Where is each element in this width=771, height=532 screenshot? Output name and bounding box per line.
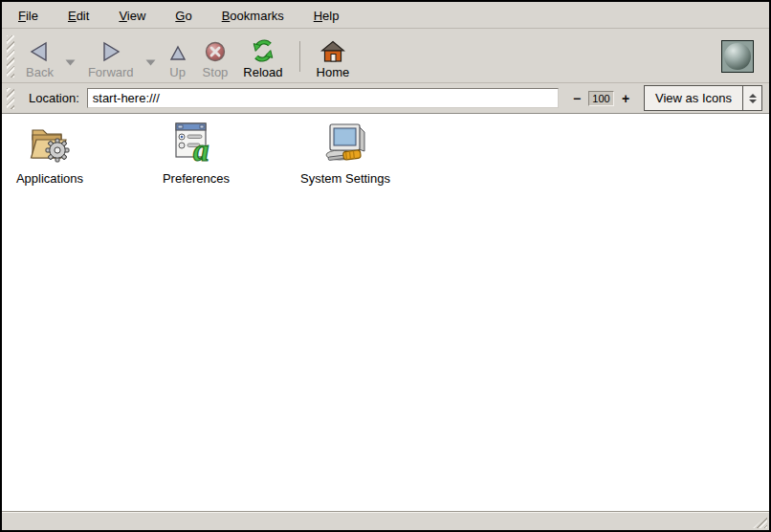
reload-label: Reload bbox=[243, 66, 282, 79]
back-label: Back bbox=[26, 66, 54, 79]
option-menu-arrows-icon bbox=[743, 86, 761, 110]
menu-edit[interactable]: Edit bbox=[64, 7, 93, 25]
toolbar-separator bbox=[299, 41, 300, 72]
menu-view[interactable]: View bbox=[115, 7, 149, 25]
view-as-label: View as Icons bbox=[655, 91, 742, 105]
resize-grip[interactable] bbox=[753, 516, 767, 528]
stop-button[interactable]: Stop bbox=[195, 33, 236, 80]
svg-text:a: a bbox=[193, 133, 209, 165]
toolbar-drag-handle[interactable] bbox=[7, 35, 14, 78]
zoom-in-button[interactable]: + bbox=[620, 92, 631, 105]
back-dropdown-button[interactable] bbox=[61, 33, 80, 80]
menu-go[interactable]: Go bbox=[171, 7, 195, 25]
preferences-capplet-icon: a bbox=[172, 121, 220, 168]
stop-label: Stop bbox=[203, 66, 229, 79]
forward-button[interactable]: Forward bbox=[80, 33, 142, 80]
chevron-down-icon bbox=[145, 59, 156, 66]
location-input[interactable] bbox=[87, 88, 559, 108]
menu-help[interactable]: Help bbox=[310, 7, 343, 25]
view-as-dropdown[interactable]: View as Icons bbox=[644, 85, 762, 111]
zoom-controls: − 100 + bbox=[571, 91, 631, 106]
menu-bar: File Edit View Go Bookmarks Help bbox=[2, 2, 769, 29]
system-settings-computer-icon bbox=[320, 121, 370, 168]
chevron-down-icon bbox=[65, 59, 76, 66]
nautilus-throbber-logo bbox=[721, 40, 754, 73]
forward-label: Forward bbox=[88, 66, 134, 79]
throbber-area bbox=[721, 40, 754, 73]
home-button[interactable]: Home bbox=[309, 33, 358, 80]
back-button[interactable]: Back bbox=[18, 33, 61, 80]
home-label: Home bbox=[317, 66, 350, 79]
applications-folder-gear-icon bbox=[26, 121, 74, 168]
forward-icon bbox=[99, 38, 123, 63]
up-button[interactable]: Up bbox=[161, 33, 195, 80]
nautilus-window: File Edit View Go Bookmarks Help Back bbox=[0, 0, 771, 532]
locationbar-drag-handle[interactable] bbox=[7, 88, 14, 109]
up-label: Up bbox=[169, 66, 186, 79]
desktop-icon-applications[interactable]: Applications bbox=[6, 121, 94, 186]
sphere-icon bbox=[724, 43, 751, 70]
reload-icon bbox=[251, 38, 275, 63]
zoom-out-button[interactable]: − bbox=[571, 92, 583, 105]
up-icon bbox=[168, 38, 187, 63]
toolbar: Back Forward U bbox=[2, 29, 769, 83]
menu-file[interactable]: File bbox=[14, 7, 42, 25]
desktop-icon-system-settings[interactable]: System Settings bbox=[288, 121, 403, 186]
stop-icon bbox=[204, 38, 227, 63]
icon-label: Applications bbox=[16, 171, 83, 186]
back-icon bbox=[27, 38, 52, 63]
menu-bookmarks[interactable]: Bookmarks bbox=[218, 7, 288, 25]
icon-label: System Settings bbox=[300, 171, 390, 186]
location-bar: Location: − 100 + View as Icons bbox=[2, 83, 769, 113]
zoom-level-indicator[interactable]: 100 bbox=[588, 91, 614, 106]
icon-label: Preferences bbox=[163, 171, 230, 186]
reload-button[interactable]: Reload bbox=[235, 33, 290, 80]
location-label: Location: bbox=[29, 91, 79, 105]
status-bar bbox=[2, 511, 769, 530]
icon-view-pane: Applications a Preferences bbox=[2, 113, 769, 511]
forward-dropdown-button[interactable] bbox=[142, 33, 161, 80]
home-icon bbox=[320, 38, 345, 63]
desktop-icon-preferences[interactable]: a Preferences bbox=[152, 121, 240, 186]
